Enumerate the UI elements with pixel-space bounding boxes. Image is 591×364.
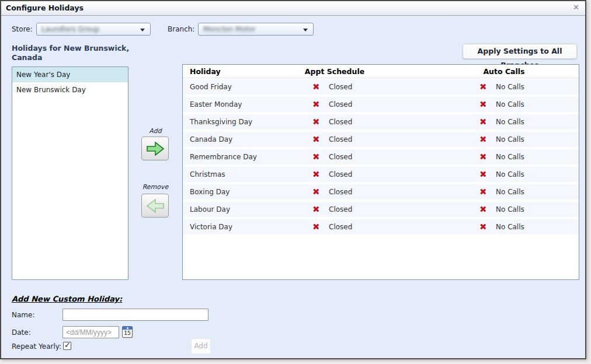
appt-schedule-status: Closed — [329, 97, 352, 112]
col-header-holiday: Holiday — [190, 67, 221, 76]
appt-schedule-status: Closed — [329, 219, 352, 235]
remove-holiday-button[interactable] — [141, 194, 169, 218]
arrow-right-icon — [147, 142, 164, 156]
holiday-name: Good Friday — [190, 79, 232, 94]
closed-x-icon: ✖ — [312, 184, 320, 200]
configure-holidays-dialog: Configure Holidays ✕ Store: Laundlors Gr… — [0, 0, 586, 359]
add-arrow-label: Add — [135, 127, 176, 135]
no-calls-x-icon: ✖ — [479, 167, 487, 182]
closed-x-icon: ✖ — [312, 219, 320, 235]
store-label: Store: — [12, 25, 33, 33]
auto-calls-status: No Calls — [496, 202, 524, 217]
add-holiday-button[interactable] — [141, 136, 169, 160]
appt-schedule-status: Closed — [329, 79, 352, 94]
auto-calls-status: No Calls — [496, 167, 524, 182]
holiday-name: Remembrance Day — [190, 149, 257, 164]
no-calls-x-icon: ✖ — [479, 132, 487, 147]
add-custom-holiday-button[interactable]: Add — [191, 338, 211, 354]
auto-calls-status: No Calls — [496, 132, 524, 147]
repeat-yearly-checkbox[interactable]: ✓ — [63, 342, 71, 350]
date-field[interactable] — [62, 326, 119, 338]
appt-schedule-status: Closed — [329, 132, 352, 147]
table-row: Christmas✖Closed✖No Calls — [183, 167, 579, 182]
branch-select-value: Moncton Motor — [203, 25, 256, 33]
no-calls-x-icon: ✖ — [479, 202, 487, 217]
custom-holiday-heading: Add New Custom Holiday: — [12, 295, 122, 303]
calendar-icon[interactable]: 15 — [122, 326, 133, 338]
dialog-body: Store: Laundlors Group Branch: Moncton M… — [1, 16, 585, 358]
available-holidays-list[interactable]: New Year's DayNew Brunswick Day — [12, 66, 128, 280]
table-row: Easter Monday✖Closed✖No Calls — [183, 97, 579, 112]
auto-calls-status: No Calls — [496, 97, 524, 112]
list-item[interactable]: New Brunswick Day — [12, 82, 128, 97]
auto-calls-status: No Calls — [496, 149, 524, 164]
col-header-appt-schedule: Appt Schedule — [285, 67, 384, 76]
table-row: Thanksgiving Day✖Closed✖No Calls — [183, 114, 579, 130]
remove-arrow-label: Remove — [135, 183, 176, 191]
closed-x-icon: ✖ — [312, 132, 320, 147]
holiday-name: Christmas — [190, 167, 225, 182]
table-row: Boxing Day✖Closed✖No Calls — [183, 184, 579, 200]
auto-calls-status: No Calls — [496, 114, 524, 130]
chevron-down-icon — [140, 29, 145, 32]
arrow-left-icon — [147, 199, 164, 213]
appt-schedule-status: Closed — [329, 149, 352, 164]
store-select[interactable]: Laundlors Group — [36, 23, 151, 36]
auto-calls-status: No Calls — [496, 184, 524, 200]
no-calls-x-icon: ✖ — [479, 114, 487, 130]
close-icon[interactable]: ✕ — [573, 3, 579, 12]
closed-x-icon: ✖ — [312, 79, 320, 94]
appt-schedule-status: Closed — [329, 184, 352, 200]
appt-schedule-status: Closed — [329, 167, 352, 182]
holiday-name: Thanksgiving Day — [190, 114, 252, 130]
closed-x-icon: ✖ — [312, 167, 320, 182]
date-label: Date: — [12, 328, 31, 337]
holiday-name: Canada Day — [190, 132, 232, 147]
closed-x-icon: ✖ — [312, 114, 320, 130]
no-calls-x-icon: ✖ — [479, 97, 487, 112]
closed-x-icon: ✖ — [312, 97, 320, 112]
holiday-name: Easter Monday — [190, 97, 242, 112]
dialog-titlebar: Configure Holidays ✕ — [1, 1, 585, 16]
branch-label: Branch: — [168, 25, 194, 33]
check-icon: ✓ — [64, 341, 71, 349]
closed-x-icon: ✖ — [312, 149, 320, 164]
closed-x-icon: ✖ — [312, 202, 320, 217]
appt-schedule-status: Closed — [329, 114, 352, 130]
table-header: Holiday Appt Schedule Auto Calls — [183, 65, 579, 78]
no-calls-x-icon: ✖ — [479, 184, 487, 200]
table-row: Victoria Day✖Closed✖No Calls — [183, 219, 579, 235]
region-holidays-label: Holidays for New Brunswick, Canada — [12, 44, 137, 62]
table-row: Canada Day✖Closed✖No Calls — [183, 132, 579, 147]
dialog-title: Configure Holidays — [6, 4, 84, 12]
list-item[interactable]: New Year's Day — [12, 67, 128, 82]
name-label: Name: — [12, 311, 34, 319]
auto-calls-status: No Calls — [496, 219, 524, 235]
no-calls-x-icon: ✖ — [479, 79, 487, 94]
holiday-name: Labour Day — [190, 202, 230, 217]
no-calls-x-icon: ✖ — [479, 149, 487, 164]
store-select-value: Laundlors Group — [41, 25, 99, 33]
appt-schedule-status: Closed — [329, 202, 352, 217]
branch-select[interactable]: Moncton Motor — [198, 23, 314, 36]
chevron-down-icon — [303, 29, 308, 32]
apply-settings-all-branches-button[interactable]: Apply Settings to All Branches — [463, 44, 577, 59]
col-header-auto-calls: Auto Calls — [454, 67, 554, 76]
name-field[interactable] — [62, 309, 208, 321]
holiday-table-rows: Good Friday✖Closed✖No CallsEaster Monday… — [183, 78, 579, 235]
table-row: Good Friday✖Closed✖No Calls — [183, 79, 579, 94]
holiday-settings-panel: Holiday Appt Schedule Auto Calls Good Fr… — [182, 64, 579, 280]
table-row: Remembrance Day✖Closed✖No Calls — [183, 149, 579, 164]
no-calls-x-icon: ✖ — [479, 219, 487, 235]
holiday-name: Boxing Day — [190, 184, 230, 200]
auto-calls-status: No Calls — [496, 79, 524, 94]
repeat-yearly-label: Repeat Yearly: — [12, 342, 61, 351]
holiday-name: Victoria Day — [190, 219, 232, 235]
table-row: Labour Day✖Closed✖No Calls — [183, 202, 579, 217]
